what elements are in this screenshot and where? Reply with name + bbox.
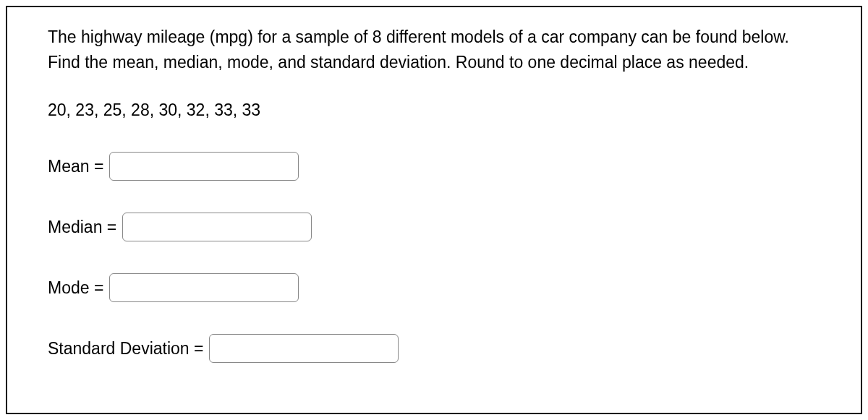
median-label: Median = [48, 218, 116, 237]
mean-row: Mean = [48, 152, 820, 181]
problem-container: The highway mileage (mpg) for a sample o… [6, 6, 862, 414]
mode-input[interactable] [109, 273, 299, 302]
stddev-row: Standard Deviation = [48, 334, 820, 363]
mean-input[interactable] [109, 152, 299, 181]
mean-label: Mean = [48, 157, 103, 176]
data-values: 20, 23, 25, 28, 30, 32, 33, 33 [48, 100, 820, 120]
median-input[interactable] [122, 213, 312, 241]
mode-label: Mode = [48, 278, 103, 298]
stddev-input[interactable] [209, 334, 399, 363]
median-row: Median = [48, 213, 820, 241]
mode-row: Mode = [48, 273, 820, 302]
stddev-label: Standard Deviation = [48, 339, 203, 359]
problem-description: The highway mileage (mpg) for a sample o… [48, 25, 820, 74]
